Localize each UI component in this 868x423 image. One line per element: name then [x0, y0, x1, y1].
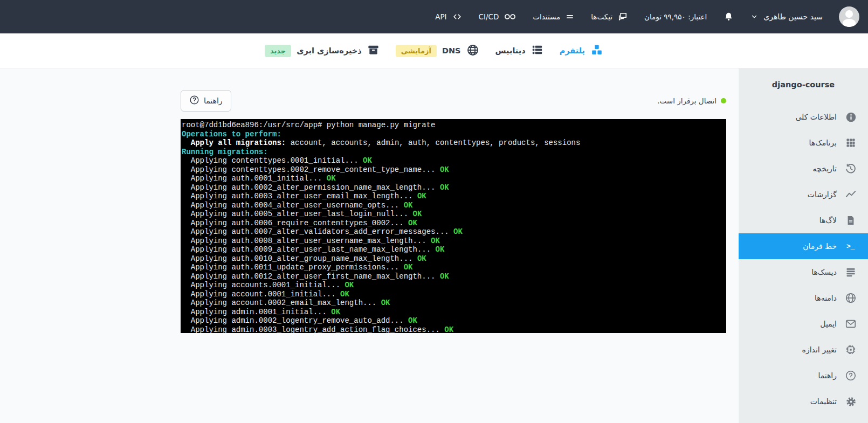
- topnav-link-label: مستندات: [533, 12, 560, 21]
- sidebar-item-label: ایمیل: [820, 320, 837, 328]
- project-name: django-course: [739, 76, 868, 93]
- terminal-line: Operations to perform:: [182, 130, 725, 139]
- sidebar-item-email[interactable]: ایمیل: [739, 311, 868, 337]
- sidebar-item-settings[interactable]: تنظیمات: [739, 389, 868, 414]
- mail-icon: [845, 318, 857, 330]
- topnav-link-api[interactable]: API: [435, 12, 462, 22]
- web-terminal[interactable]: root@7dd1bd6ea896:/usr/src/app# python m…: [181, 119, 726, 333]
- nav-item-database[interactable]: دیتابیس: [495, 44, 543, 58]
- terminal-line: Running migrations:: [182, 148, 725, 157]
- sidebar-item-label: تاریخچه: [813, 164, 837, 173]
- sidebar-item-apps[interactable]: برنامک‌ها: [739, 130, 868, 156]
- terminal-line: Applying auth.0007_alter_validators_add_…: [182, 227, 725, 237]
- archive-box-icon: [367, 44, 380, 58]
- sidebar-item-domains[interactable]: دامنه‌ها: [739, 285, 868, 311]
- terminal-line: root@7dd1bd6ea896:/usr/src/app# python m…: [182, 121, 725, 130]
- sidebar-item-history[interactable]: تاریخچه: [739, 156, 868, 182]
- terminal-line: Applying account.0002_email_max_length..…: [182, 299, 725, 308]
- apps-icon: [845, 137, 857, 149]
- sidebar-item-label: گزارشات: [808, 190, 837, 199]
- sidebar-item-label: تغییر اندازه: [802, 345, 837, 354]
- docs-lines-icon: [565, 12, 575, 22]
- sidebar-item-label: تنظیمات: [810, 397, 837, 406]
- connection-status-text: اتصال برقرار است.: [657, 96, 717, 105]
- nav-item-label: پلتفرم: [560, 46, 585, 55]
- nav-item-platform[interactable]: پلتفرم: [560, 44, 603, 58]
- terminal-line: Applying auth.0008_alter_user_username_m…: [182, 237, 725, 246]
- code-brackets-icon: [452, 12, 463, 22]
- disks-icon: [845, 266, 857, 278]
- terminal-line: Applying contenttypes.0002_remove_conten…: [182, 165, 725, 175]
- new-badge: جدید: [265, 45, 291, 57]
- notifications-bell-icon[interactable]: [723, 11, 734, 23]
- terminal-icon: >_: [845, 240, 857, 252]
- topnav-link-label: تیکت‌ها: [591, 12, 612, 21]
- terminal-line: Applying auth.0009_alter_user_last_name_…: [182, 245, 725, 254]
- user-avatar[interactable]: [839, 6, 859, 27]
- terminal-line: Applying auth.0005_alter_user_last_login…: [182, 210, 725, 219]
- sidebar-item-general-info[interactable]: اطلاعات کلی: [739, 104, 868, 130]
- terminal-line: Applying accounts.0001_initial... OK: [182, 281, 725, 290]
- terminal-line: Apply all migrations: account, accounts,…: [182, 138, 725, 148]
- sidebar-item-label: دامنه‌ها: [815, 294, 837, 302]
- terminal-line: Applying admin.0002_logentry_remove_auto…: [182, 316, 725, 325]
- terminal-line: Applying admin.0003_logentry_add_action_…: [182, 325, 725, 334]
- sidebar-item-reports[interactable]: گزارشات: [739, 182, 868, 207]
- connection-status-dot: [721, 98, 726, 103]
- top-navbar: سید حسین طاهری اعتبار: ۹۹,۹۵۰ تومان تیکت…: [0, 0, 868, 33]
- terminal-line: Applying auth.0012_alter_user_first_name…: [182, 272, 725, 281]
- sidebar-item-help[interactable]: راهنما: [739, 363, 868, 389]
- status-row: اتصال برقرار است. راهنما: [181, 90, 726, 112]
- nav-item-label: دیتابیس: [495, 46, 526, 55]
- sidebar-item-resize[interactable]: تغییر اندازه: [739, 337, 868, 363]
- history-icon: [845, 163, 857, 175]
- database-icon: [531, 44, 543, 58]
- topnav-link-cicd[interactable]: CI/CD: [479, 12, 517, 22]
- sidebar-item-label: دیسک‌ها: [811, 268, 837, 276]
- sidebar-menu: اطلاعات کلیبرنامک‌هاتاریخچهگزارشاتلاگ‌ها…: [739, 104, 868, 414]
- doc-icon: [845, 214, 857, 226]
- connection-status: اتصال برقرار است.: [657, 96, 726, 105]
- terminal-line: Applying auth.0003_alter_user_email_max_…: [182, 192, 725, 201]
- beta-badge: آزمایشی: [396, 45, 437, 57]
- question-circle-icon: [189, 95, 199, 107]
- chip-icon: [845, 344, 857, 356]
- chevron-down-icon: [750, 13, 758, 20]
- product-navbar: پلتفرم دیتابیس DNS آزمایشی ذخیر: [0, 33, 868, 68]
- sidebar-item-logs[interactable]: لاگ‌ها: [739, 207, 868, 233]
- nav-item-dns[interactable]: DNS آزمایشی: [396, 44, 479, 58]
- terminal-line: Applying auth.0002_alter_permission_name…: [182, 183, 725, 192]
- globe-icon: [466, 44, 479, 58]
- terminal-line: Applying account.0001_initial... OK: [182, 290, 725, 299]
- cubes-icon: [590, 44, 603, 58]
- terminal-line: Applying auth.0010_alter_group_name_max_…: [182, 254, 725, 263]
- terminal-line: Applying auth.0006_require_contenttypes_…: [182, 219, 725, 228]
- main-panel: اتصال برقرار است. راهنما root@7dd1bd6ea8…: [0, 68, 739, 423]
- sidebar-item-command-line[interactable]: >_خط فرمان: [739, 233, 868, 259]
- sidebar-item-label: خط فرمان: [803, 242, 837, 251]
- question-icon: [845, 370, 857, 382]
- terminal-line: Applying contenttypes.0001_initial... OK: [182, 156, 725, 165]
- topnav-link-tickets[interactable]: تیکت‌ها: [591, 11, 628, 22]
- nav-item-object-storage[interactable]: ذخیره‌سازی ابری جدید: [265, 44, 380, 58]
- nav-item-label: ذخیره‌سازی ابری: [297, 46, 362, 55]
- terminal-line: Applying auth.0004_alter_user_username_o…: [182, 201, 725, 210]
- nav-item-label: DNS: [442, 46, 461, 55]
- topnav-link-docs[interactable]: مستندات: [533, 12, 575, 22]
- help-button-label: راهنما: [204, 96, 223, 105]
- topnav-link-label: API: [435, 12, 446, 21]
- terminal-line: Applying auth.0011_update_proxy_permissi…: [182, 263, 725, 272]
- project-sidebar: django-course اطلاعات کلیبرنامک‌هاتاریخچ…: [739, 68, 868, 423]
- globe-icon: [845, 292, 857, 304]
- credit-balance[interactable]: اعتبار: ۹۹,۹۵۰ تومان: [644, 12, 707, 21]
- gear-icon: [845, 396, 857, 407]
- user-menu[interactable]: سید حسین طاهری: [750, 12, 823, 21]
- sidebar-item-label: راهنما: [818, 371, 837, 380]
- terminal-line: Applying auth.0001_initial... OK: [182, 174, 725, 183]
- sidebar-item-disks[interactable]: دیسک‌ها: [739, 259, 868, 285]
- help-button[interactable]: راهنما: [181, 90, 231, 112]
- sidebar-item-label: لاگ‌ها: [819, 216, 837, 225]
- sidebar-item-label: اطلاعات کلی: [795, 113, 837, 121]
- chart-icon: [845, 189, 857, 200]
- user-name: سید حسین طاهری: [763, 12, 823, 21]
